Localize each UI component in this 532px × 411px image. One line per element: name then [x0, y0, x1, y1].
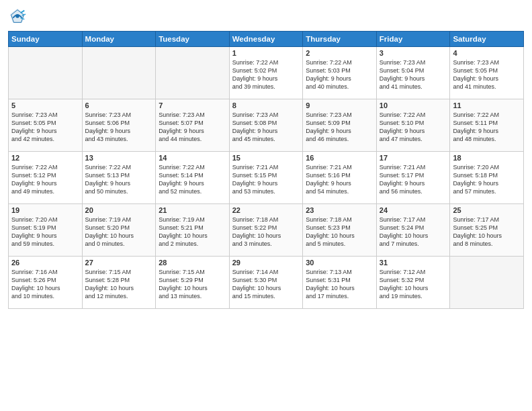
- day-info: Sunrise: 7:23 AM Sunset: 5:05 PM Dayligh…: [453, 58, 521, 91]
- calendar-cell: 8Sunrise: 7:23 AM Sunset: 5:08 PM Daylig…: [229, 99, 303, 152]
- calendar-cell: [9, 47, 83, 99]
- weekday-header-row: SundayMondayTuesdayWednesdayThursdayFrid…: [9, 32, 524, 47]
- day-info: Sunrise: 7:22 AM Sunset: 5:11 PM Dayligh…: [453, 111, 521, 144]
- day-number: 31: [380, 259, 447, 267]
- calendar-cell: 25Sunrise: 7:17 AM Sunset: 5:25 PM Dayli…: [450, 204, 524, 257]
- page-container: SundayMondayTuesdayWednesdayThursdayFrid…: [0, 0, 532, 411]
- day-info: Sunrise: 7:22 AM Sunset: 5:12 PM Dayligh…: [11, 163, 79, 196]
- calendar-cell: 16Sunrise: 7:21 AM Sunset: 5:16 PM Dayli…: [303, 152, 377, 204]
- day-number: 28: [159, 259, 226, 267]
- day-info: Sunrise: 7:22 AM Sunset: 5:02 PM Dayligh…: [232, 58, 300, 91]
- svg-point-2: [15, 14, 19, 18]
- calendar-cell: 20Sunrise: 7:19 AM Sunset: 5:20 PM Dayli…: [82, 204, 156, 257]
- day-info: Sunrise: 7:19 AM Sunset: 5:20 PM Dayligh…: [85, 216, 153, 248]
- day-number: 2: [306, 49, 373, 57]
- calendar-cell: 12Sunrise: 7:22 AM Sunset: 5:12 PM Dayli…: [9, 152, 83, 204]
- calendar-cell: 1Sunrise: 7:22 AM Sunset: 5:02 PM Daylig…: [229, 47, 303, 99]
- day-number: 25: [453, 206, 521, 214]
- calendar-cell: 22Sunrise: 7:18 AM Sunset: 5:22 PM Dayli…: [229, 204, 303, 257]
- day-info: Sunrise: 7:22 AM Sunset: 5:14 PM Dayligh…: [159, 163, 226, 196]
- day-info: Sunrise: 7:14 AM Sunset: 5:30 PM Dayligh…: [232, 268, 300, 301]
- day-number: 5: [11, 101, 79, 109]
- calendar-cell: 13Sunrise: 7:22 AM Sunset: 5:13 PM Dayli…: [82, 152, 156, 204]
- day-info: Sunrise: 7:15 AM Sunset: 5:29 PM Dayligh…: [159, 268, 226, 301]
- calendar-cell: 4Sunrise: 7:23 AM Sunset: 5:05 PM Daylig…: [450, 47, 524, 99]
- calendar-cell: 19Sunrise: 7:20 AM Sunset: 5:19 PM Dayli…: [9, 204, 83, 257]
- calendar-cell: 18Sunrise: 7:20 AM Sunset: 5:18 PM Dayli…: [450, 152, 524, 204]
- calendar-cell: [82, 47, 156, 99]
- day-number: 1: [232, 49, 300, 57]
- day-number: 4: [453, 49, 521, 57]
- calendar-cell: 9Sunrise: 7:23 AM Sunset: 5:09 PM Daylig…: [303, 99, 377, 152]
- calendar-cell: 3Sunrise: 7:23 AM Sunset: 5:04 PM Daylig…: [376, 47, 450, 99]
- calendar-cell: 17Sunrise: 7:21 AM Sunset: 5:17 PM Dayli…: [376, 152, 450, 204]
- day-number: 27: [85, 259, 153, 267]
- day-info: Sunrise: 7:23 AM Sunset: 5:04 PM Dayligh…: [380, 58, 447, 91]
- day-info: Sunrise: 7:22 AM Sunset: 5:03 PM Dayligh…: [306, 58, 373, 91]
- day-info: Sunrise: 7:22 AM Sunset: 5:13 PM Dayligh…: [85, 163, 153, 196]
- day-number: 8: [232, 101, 300, 109]
- day-number: 24: [380, 206, 447, 214]
- day-info: Sunrise: 7:17 AM Sunset: 5:24 PM Dayligh…: [380, 216, 447, 248]
- day-info: Sunrise: 7:12 AM Sunset: 5:32 PM Dayligh…: [380, 268, 447, 301]
- day-number: 15: [232, 154, 300, 162]
- logo-icon: [8, 7, 27, 26]
- day-number: 9: [306, 101, 373, 109]
- calendar-cell: 27Sunrise: 7:15 AM Sunset: 5:28 PM Dayli…: [82, 257, 156, 309]
- week-row-2: 12Sunrise: 7:22 AM Sunset: 5:12 PM Dayli…: [9, 152, 524, 204]
- weekday-header-friday: Friday: [376, 32, 450, 47]
- day-number: 3: [380, 49, 447, 57]
- day-number: 6: [85, 101, 153, 109]
- day-number: 16: [306, 154, 373, 162]
- weekday-header-sunday: Sunday: [9, 32, 83, 47]
- week-row-4: 26Sunrise: 7:16 AM Sunset: 5:26 PM Dayli…: [9, 257, 524, 309]
- calendar-cell: 11Sunrise: 7:22 AM Sunset: 5:11 PM Dayli…: [450, 99, 524, 152]
- calendar-cell: 7Sunrise: 7:23 AM Sunset: 5:07 PM Daylig…: [156, 99, 230, 152]
- day-info: Sunrise: 7:20 AM Sunset: 5:19 PM Dayligh…: [11, 216, 79, 248]
- day-info: Sunrise: 7:21 AM Sunset: 5:15 PM Dayligh…: [232, 163, 300, 196]
- day-number: 30: [306, 259, 373, 267]
- calendar-cell: 2Sunrise: 7:22 AM Sunset: 5:03 PM Daylig…: [303, 47, 377, 99]
- day-number: 19: [11, 206, 79, 214]
- week-row-1: 5Sunrise: 7:23 AM Sunset: 5:05 PM Daylig…: [9, 99, 524, 152]
- weekday-header-monday: Monday: [82, 32, 156, 47]
- day-number: 13: [85, 154, 153, 162]
- day-number: 11: [453, 101, 521, 109]
- weekday-header-saturday: Saturday: [450, 32, 524, 47]
- calendar-cell: [156, 47, 230, 99]
- calendar-cell: 29Sunrise: 7:14 AM Sunset: 5:30 PM Dayli…: [229, 257, 303, 309]
- week-row-0: 1Sunrise: 7:22 AM Sunset: 5:02 PM Daylig…: [9, 47, 524, 99]
- calendar-cell: 24Sunrise: 7:17 AM Sunset: 5:24 PM Dayli…: [376, 204, 450, 257]
- calendar-table: SundayMondayTuesdayWednesdayThursdayFrid…: [8, 31, 524, 309]
- day-info: Sunrise: 7:21 AM Sunset: 5:16 PM Dayligh…: [306, 163, 373, 196]
- day-info: Sunrise: 7:19 AM Sunset: 5:21 PM Dayligh…: [159, 216, 226, 248]
- calendar-cell: 21Sunrise: 7:19 AM Sunset: 5:21 PM Dayli…: [156, 204, 230, 257]
- day-info: Sunrise: 7:22 AM Sunset: 5:10 PM Dayligh…: [380, 111, 447, 144]
- day-number: 7: [159, 101, 226, 109]
- week-row-3: 19Sunrise: 7:20 AM Sunset: 5:19 PM Dayli…: [9, 204, 524, 257]
- day-info: Sunrise: 7:23 AM Sunset: 5:08 PM Dayligh…: [232, 111, 300, 144]
- day-info: Sunrise: 7:18 AM Sunset: 5:23 PM Dayligh…: [306, 216, 373, 248]
- page-header: [8, 7, 524, 26]
- calendar-cell: 14Sunrise: 7:22 AM Sunset: 5:14 PM Dayli…: [156, 152, 230, 204]
- day-info: Sunrise: 7:23 AM Sunset: 5:07 PM Dayligh…: [159, 111, 226, 144]
- calendar-cell: 31Sunrise: 7:12 AM Sunset: 5:32 PM Dayli…: [376, 257, 450, 309]
- day-number: 14: [159, 154, 226, 162]
- weekday-header-tuesday: Tuesday: [156, 32, 230, 47]
- calendar-cell: 30Sunrise: 7:13 AM Sunset: 5:31 PM Dayli…: [303, 257, 377, 309]
- day-info: Sunrise: 7:23 AM Sunset: 5:06 PM Dayligh…: [85, 111, 153, 144]
- weekday-header-thursday: Thursday: [303, 32, 377, 47]
- day-number: 22: [232, 206, 300, 214]
- calendar-cell: 15Sunrise: 7:21 AM Sunset: 5:15 PM Dayli…: [229, 152, 303, 204]
- logo: [8, 7, 30, 26]
- calendar-cell: 28Sunrise: 7:15 AM Sunset: 5:29 PM Dayli…: [156, 257, 230, 309]
- calendar-cell: 23Sunrise: 7:18 AM Sunset: 5:23 PM Dayli…: [303, 204, 377, 257]
- day-number: 23: [306, 206, 373, 214]
- calendar-cell: 6Sunrise: 7:23 AM Sunset: 5:06 PM Daylig…: [82, 99, 156, 152]
- day-number: 10: [380, 101, 447, 109]
- day-number: 26: [11, 259, 79, 267]
- day-info: Sunrise: 7:23 AM Sunset: 5:05 PM Dayligh…: [11, 111, 79, 144]
- day-info: Sunrise: 7:15 AM Sunset: 5:28 PM Dayligh…: [85, 268, 153, 301]
- day-info: Sunrise: 7:23 AM Sunset: 5:09 PM Dayligh…: [306, 111, 373, 144]
- day-info: Sunrise: 7:21 AM Sunset: 5:17 PM Dayligh…: [380, 163, 447, 196]
